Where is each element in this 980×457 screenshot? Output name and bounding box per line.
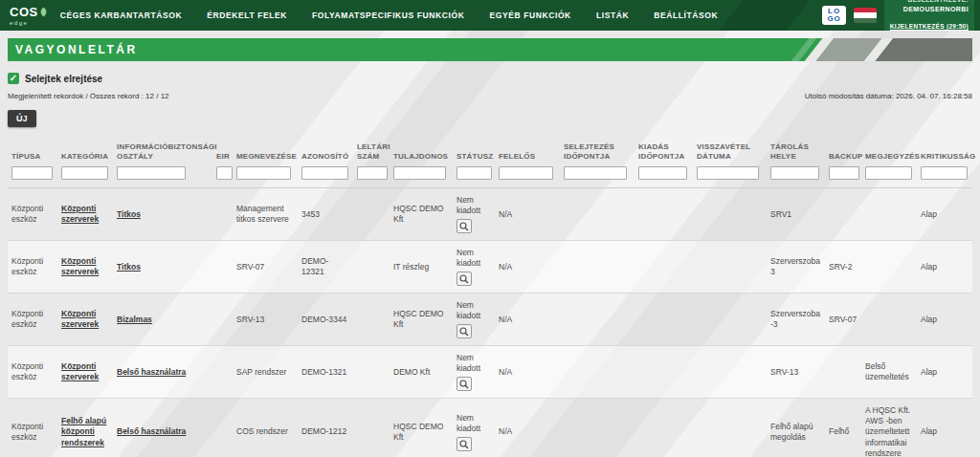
- cell-megjegyzes: [861, 188, 917, 241]
- magnifier-icon: [459, 327, 469, 337]
- status-history-button[interactable]: [457, 437, 472, 451]
- page-content: ✓ Selejtek elrejtése Megjelenített rekor…: [0, 73, 980, 457]
- cell-text: DEMO-12321: [301, 256, 328, 276]
- filter-input-eir[interactable]: [216, 166, 233, 180]
- column-header-azonosito: AZONOSÍTÓ: [298, 141, 353, 163]
- cell-kiadas: [635, 399, 693, 457]
- osztaly-link[interactable]: Titkos: [117, 262, 141, 272]
- cell-text: DEMO-1212: [301, 426, 346, 436]
- filter-input-visszavetel[interactable]: [697, 166, 759, 180]
- nav-item-1[interactable]: CÉGES KARBANTARTÁSOK: [60, 11, 183, 20]
- column-header-megnevezese: MEGNEVEZÉSE: [233, 141, 298, 163]
- cell-selejtezes: [560, 346, 635, 399]
- status-history-button[interactable]: [457, 272, 472, 286]
- filter-input-tipusa[interactable]: [11, 166, 53, 180]
- new-button[interactable]: ÚJ: [8, 110, 36, 127]
- brand-logo[interactable]: COS edge: [0, 6, 60, 26]
- column-header-kritikussag: KRITIKUSSÁG: [917, 141, 972, 163]
- cell-text: N/A: [499, 426, 512, 436]
- kategoria-link[interactable]: Központi szerverek: [61, 204, 99, 224]
- app-root: COS edge CÉGES KARBANTARTÁSOKÉRDEKELT FE…: [0, 0, 980, 457]
- cell-leltari: [353, 241, 390, 294]
- cell-azonosito: DEMO-1321: [298, 346, 353, 399]
- kategoria-link[interactable]: Központi szerverek: [61, 361, 99, 381]
- cell-backup: SRV-07: [825, 294, 861, 346]
- filter-input-backup[interactable]: [829, 166, 859, 180]
- osztaly-link[interactable]: Belső használatra: [117, 426, 186, 436]
- osztaly-link[interactable]: Titkos: [117, 209, 141, 219]
- cell-leltari: [353, 294, 390, 346]
- cell-visszavetel: [693, 294, 767, 346]
- hide-scrapped-checkbox[interactable]: ✓ Selejtek elrejtése: [8, 73, 102, 84]
- status-history-button[interactable]: [457, 219, 472, 233]
- cell-selejtezes: [560, 188, 635, 241]
- cell-text: N/A: [499, 315, 512, 324]
- cell-tulajdonos: IT részleg: [390, 241, 453, 294]
- cell-text: 3453: [301, 209, 320, 219]
- magnifier-icon: [459, 274, 469, 284]
- kategoria-link[interactable]: Központi szerverek: [61, 309, 99, 329]
- filter-input-selejtezes[interactable]: [564, 166, 627, 180]
- cell-megnevezese: Management titkos szervere: [233, 188, 298, 241]
- filter-input-statusz[interactable]: [457, 166, 492, 180]
- cell-tarolas: Szerverszoba-3: [767, 294, 825, 346]
- nav-item-5[interactable]: LISTÁK: [596, 11, 629, 20]
- cell-text: Központi eszköz: [11, 422, 43, 442]
- cell-tarolas: Szerverszoba3: [767, 241, 825, 294]
- leaf-icon: [38, 7, 48, 16]
- cell-megnevezese: SRV-13: [233, 294, 298, 346]
- cell-text: SRV-07: [829, 315, 857, 324]
- status-text: Nem kiadott: [457, 413, 491, 434]
- filter-input-megjegyzes[interactable]: [865, 166, 912, 180]
- filter-input-kritikussag[interactable]: [921, 166, 968, 180]
- column-header-kategoria: KATEGÓRIA: [57, 141, 113, 163]
- partner-logo: LO GO: [822, 6, 845, 25]
- cell-text: Alap: [921, 426, 937, 436]
- osztaly-link[interactable]: Belső használatra: [117, 367, 186, 377]
- table-row: Központi eszközKözponti szerverekBelső h…: [8, 346, 972, 399]
- filter-input-leltari[interactable]: [357, 166, 388, 180]
- hungarian-flag-icon[interactable]: [854, 8, 877, 23]
- kategoria-link[interactable]: Központi szerverek: [61, 256, 99, 276]
- logout-link[interactable]: KIJELENTKEZÉS (29:50): [890, 23, 969, 30]
- filter-input-tulajdonos[interactable]: [393, 166, 446, 180]
- checkbox-checked-icon[interactable]: ✓: [8, 73, 19, 84]
- cell-leltari: [353, 399, 390, 457]
- cell-tipusa: Központi eszköz: [8, 188, 57, 241]
- filter-input-megnevezese[interactable]: [236, 166, 291, 180]
- meta-row: Megjelenített rekordok / Összes rekord :…: [8, 92, 972, 100]
- cell-text: SRV-13: [770, 367, 798, 377]
- cell-text: A HQSC Kft. AWS -ben üzemeltetett inform…: [865, 405, 910, 457]
- cell-kritikussag: Alap: [917, 399, 972, 457]
- cell-selejtezes: [560, 294, 635, 346]
- filter-input-osztaly[interactable]: [117, 166, 186, 180]
- kategoria-link[interactable]: Felhő alapú központi rendszerek: [61, 416, 106, 446]
- nav-item-2[interactable]: ÉRDEKELT FELEK: [207, 11, 287, 20]
- filter-input-kategoria[interactable]: [61, 166, 108, 180]
- cell-text: Belső üzemeltetés: [865, 361, 909, 381]
- brand-name: COS: [10, 6, 38, 18]
- status-history-button[interactable]: [457, 377, 472, 391]
- cell-backup: SRV-2: [825, 241, 861, 294]
- column-header-selejtezes: SELEJTEZÉS IDŐPONTJA: [560, 141, 635, 163]
- filter-input-felelos[interactable]: [499, 166, 553, 180]
- cell-osztaly: Bizalmas: [113, 294, 212, 346]
- osztaly-link[interactable]: Bizalmas: [117, 315, 152, 324]
- cell-text: IT részleg: [393, 262, 429, 272]
- filter-input-azonosito[interactable]: [301, 166, 348, 180]
- cell-kritikussag: Alap: [917, 241, 972, 294]
- cell-azonosito: DEMO-12321: [298, 241, 353, 294]
- nav-item-4[interactable]: EGYÉB FUNKCIÓK: [489, 11, 570, 20]
- cell-text: Felhő alapú megoldás: [770, 422, 813, 442]
- table-row: Központi eszközFelhő alapú központi rend…: [8, 399, 972, 457]
- cell-felelos: N/A: [495, 294, 560, 346]
- status-history-button[interactable]: [457, 324, 472, 338]
- filter-input-tarolas[interactable]: [770, 166, 819, 180]
- filter-input-kiadas[interactable]: [638, 166, 687, 180]
- cell-kategoria: Központi szerverek: [57, 241, 113, 294]
- cell-azonosito: DEMO-3344: [298, 294, 353, 346]
- nav-item-3[interactable]: FOLYAMATSPECIFIKUS FUNKCIÓK: [312, 11, 464, 20]
- table-row: Központi eszközKözponti szerverekTitkosS…: [8, 241, 972, 294]
- nav-item-6[interactable]: BEÁLLÍTÁSOK: [654, 11, 718, 20]
- cell-text: Központi eszköz: [11, 256, 43, 276]
